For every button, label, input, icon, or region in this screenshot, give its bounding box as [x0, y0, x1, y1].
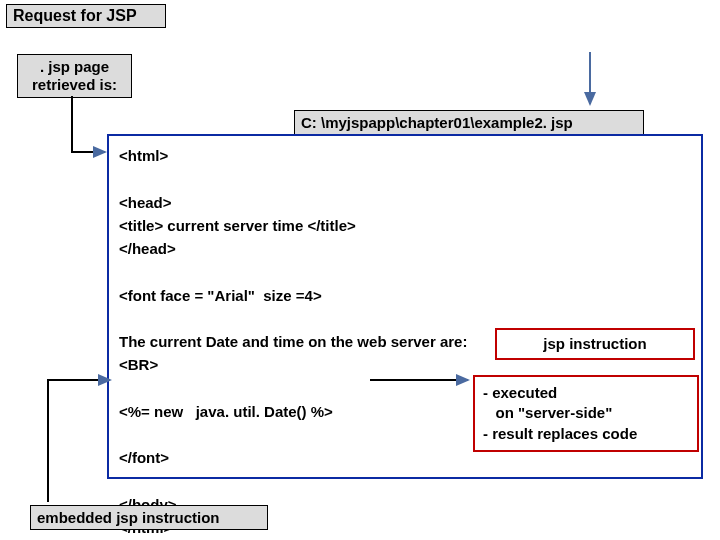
file-path: C: \myjspapp\chapter01\example2. jsp	[294, 110, 644, 135]
retrieved-text: . jsp page retrieved is:	[32, 58, 117, 93]
arrow-embedded-to-expr	[48, 380, 110, 502]
embedded-label: embedded jsp instruction	[30, 505, 268, 530]
title-box: Request for JSP	[6, 4, 166, 28]
retrieved-label: . jsp page retrieved is:	[17, 54, 132, 98]
title-text: Request for JSP	[13, 7, 137, 24]
annotation-desc-text: - executed on "server-side" - result rep…	[483, 384, 637, 442]
arrow-retrieved-to-code	[72, 96, 105, 152]
file-path-text: C: \myjspapp\chapter01\example2. jsp	[301, 114, 573, 131]
embedded-text: embedded jsp instruction	[37, 509, 220, 526]
annotation-title-text: jsp instruction	[543, 335, 646, 352]
annotation-desc: - executed on "server-side" - result rep…	[473, 375, 699, 452]
annotation-title: jsp instruction	[495, 328, 695, 360]
